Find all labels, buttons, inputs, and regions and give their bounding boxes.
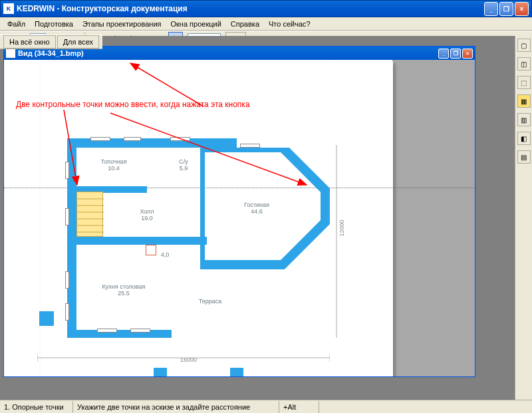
app-subtitle: Конструкторская документация	[62, 4, 188, 13]
pillar	[230, 368, 243, 376]
dim-line-h	[37, 351, 330, 364]
view-title: Вид (34-34_1.bmp)	[18, 49, 438, 57]
right-dock: ▢ ◫ ⬚ ▦ ▥ ◧ ▤	[515, 36, 532, 400]
pillar	[39, 311, 54, 326]
app-name: KEDRWIN	[17, 4, 55, 13]
wall	[67, 330, 172, 338]
dock-btn-1[interactable]: ▢	[517, 39, 531, 52]
room-topochnaya-area: 10.4	[108, 165, 120, 172]
dock-btn-4[interactable]: ▦	[517, 94, 531, 108]
room-gostinaya-area: 44.6	[251, 208, 263, 215]
window	[90, 137, 110, 141]
canvas[interactable]: Две контрольные точки можно ввести, когд…	[4, 60, 475, 376]
workspace: На всё окно Для всех Вид (34-34_1.bmp) _…	[0, 36, 532, 400]
gostinaya-outline	[200, 148, 340, 287]
view-close-button[interactable]: ×	[462, 49, 473, 59]
menubar: Файл Подготовка Этапы проектирования Окн…	[0, 17, 532, 31]
canvas-gray-area	[392, 60, 475, 376]
view-minimize-button[interactable]: _	[438, 49, 449, 59]
room-su-area: 5.9	[180, 165, 188, 172]
window	[170, 137, 190, 141]
menu-help[interactable]: Справка	[226, 19, 264, 29]
window	[124, 137, 141, 141]
window	[65, 208, 69, 225]
room-holl-area: 19.0	[141, 215, 153, 221]
menu-projections[interactable]: Окна проекций	[166, 19, 226, 29]
status-step: 1. Опорные точки	[0, 401, 73, 413]
window	[97, 329, 117, 333]
menu-file[interactable]: Файл	[3, 19, 30, 29]
titlebar: K KEDRWIN - Конструкторская документация…	[0, 0, 532, 17]
status-alt: +Alt	[279, 401, 319, 413]
menu-whatnow[interactable]: Что сейчас?	[264, 19, 315, 29]
room-gostinaya-name: Гостиная	[244, 202, 269, 208]
view-maximize-button[interactable]: ❐	[450, 49, 461, 59]
for-all-button[interactable]: Для всех	[57, 35, 99, 49]
minimize-button[interactable]: _	[484, 2, 498, 16]
pillar	[154, 368, 167, 376]
full-window-button[interactable]: На всё окно	[3, 35, 56, 49]
room-kuhnya-area: 25.5	[118, 290, 130, 297]
room-su-name: С/у	[179, 158, 188, 165]
menu-stages[interactable]: Этапы проектирования	[78, 19, 166, 29]
dock-btn-7[interactable]: ▤	[517, 150, 531, 164]
statusbar: 1. Опорные точки Укажите две точки на эс…	[0, 400, 532, 413]
window	[240, 144, 260, 148]
floor-plan: Топочная 10.4 С/у 5.9 Холл 19.0 4,0 Гост…	[67, 138, 333, 351]
view-window: Вид (34-34_1.bmp) _ ❐ × Две контрольные …	[3, 46, 475, 377]
window	[65, 162, 69, 179]
title-text: KEDRWIN - Конструкторская документация	[17, 4, 484, 13]
wall	[67, 237, 207, 245]
menu-prepare[interactable]: Подготовка	[30, 19, 78, 29]
dim-line-v	[330, 145, 343, 338]
dock-btn-6[interactable]: ◧	[517, 132, 531, 145]
room-terrasa-name: Терраса	[199, 298, 222, 305]
view-icon	[6, 49, 15, 58]
window-controls: _ ❐ ×	[484, 2, 529, 16]
room-kuhnya-name: Кухня столовая	[102, 283, 146, 290]
room-holl-name: Холл	[140, 208, 154, 215]
app-icon: K	[3, 3, 14, 14]
stairs	[76, 192, 103, 237]
dock-btn-3[interactable]: ⬚	[517, 76, 531, 89]
window	[65, 303, 69, 321]
maximize-button[interactable]: ❐	[499, 2, 513, 16]
room-topochnaya-name: Топочная	[100, 158, 126, 165]
dock-btn-2[interactable]: ◫	[517, 57, 531, 70]
dock-btn-5[interactable]: ▥	[517, 113, 531, 126]
room-small-area: 4,0	[161, 251, 170, 258]
status-hint: Укажите две точки на эскизе и задайте ра…	[73, 401, 279, 413]
window	[65, 271, 69, 289]
annotation-text: Две контрольные точки можно ввести, когд…	[16, 100, 250, 109]
window	[130, 329, 150, 333]
close-button[interactable]: ×	[515, 2, 529, 16]
